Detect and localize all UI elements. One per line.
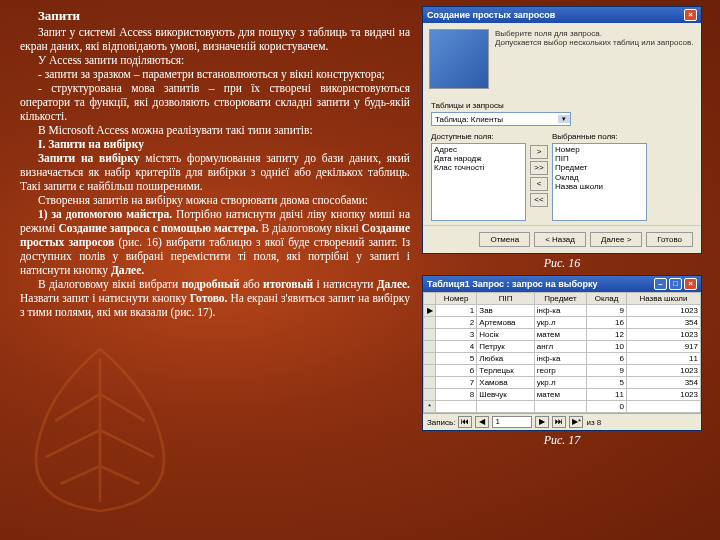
row-selector[interactable]: * <box>424 401 436 413</box>
cell[interactable]: 12 <box>587 329 627 341</box>
cell[interactable]: 917 <box>626 341 700 353</box>
column-header[interactable]: Предмет <box>534 293 586 305</box>
cell[interactable]: Любка <box>477 353 534 365</box>
finish-button[interactable]: Готово <box>646 232 693 247</box>
cell[interactable]: геогр <box>534 365 586 377</box>
list-item[interactable]: Предмет <box>555 163 644 172</box>
row-selector[interactable] <box>424 377 436 389</box>
cell[interactable]: 354 <box>626 317 700 329</box>
nav-current-field[interactable]: 1 <box>492 416 532 428</box>
row-selector[interactable] <box>424 329 436 341</box>
cell[interactable] <box>626 401 700 413</box>
cell[interactable] <box>477 401 534 413</box>
cell[interactable]: Носік <box>477 329 534 341</box>
list-item[interactable]: ПІП <box>555 154 644 163</box>
cell[interactable]: 7 <box>436 377 477 389</box>
maximize-icon[interactable]: □ <box>669 278 682 290</box>
row-selector[interactable] <box>424 389 436 401</box>
table-combo[interactable]: Таблица: Клиенты ▾ <box>431 112 571 126</box>
cell[interactable]: 9 <box>587 365 627 377</box>
column-header[interactable]: Назва школи <box>626 293 700 305</box>
cell[interactable]: укр.л <box>534 377 586 389</box>
table-row[interactable]: 7Хамоваукр.л5354 <box>424 377 701 389</box>
list-item[interactable]: Оклад <box>555 173 644 182</box>
nav-last-button[interactable]: ⏭ <box>552 416 566 428</box>
table-row[interactable]: 5Любкаінф-ка611 <box>424 353 701 365</box>
cell[interactable]: матем <box>534 389 586 401</box>
next-button[interactable]: Далее > <box>590 232 642 247</box>
list-item[interactable]: Назва школи <box>555 182 644 191</box>
cell[interactable]: 1 <box>436 305 477 317</box>
list-item[interactable]: Дата народж <box>434 154 523 163</box>
row-selector[interactable]: ▶ <box>424 305 436 317</box>
cell[interactable]: англ <box>534 341 586 353</box>
close-icon[interactable]: × <box>684 9 697 21</box>
column-header[interactable]: Номер <box>436 293 477 305</box>
cell[interactable]: 4 <box>436 341 477 353</box>
list-item[interactable]: Номер <box>555 145 644 154</box>
cell[interactable]: 1023 <box>626 365 700 377</box>
list-item[interactable]: Адрес <box>434 145 523 154</box>
table-row[interactable]: *0 <box>424 401 701 413</box>
table-row[interactable]: ▶1Завінф-ка91023 <box>424 305 701 317</box>
cell[interactable]: 1023 <box>626 305 700 317</box>
cell[interactable]: 8 <box>436 389 477 401</box>
cell[interactable] <box>436 401 477 413</box>
cell[interactable]: Зав <box>477 305 534 317</box>
move-all-right-button[interactable]: >> <box>530 161 548 175</box>
row-selector[interactable] <box>424 353 436 365</box>
back-button[interactable]: < Назад <box>534 232 586 247</box>
nav-prev-button[interactable]: ◀ <box>475 416 489 428</box>
nav-first-button[interactable]: ⏮ <box>458 416 472 428</box>
cell[interactable]: 11 <box>626 353 700 365</box>
cell[interactable]: 1023 <box>626 389 700 401</box>
cell[interactable]: 0 <box>587 401 627 413</box>
cell[interactable]: інф-ка <box>534 305 586 317</box>
cell[interactable]: 1023 <box>626 329 700 341</box>
minimize-icon[interactable]: – <box>654 278 667 290</box>
nav-next-button[interactable]: ▶ <box>535 416 549 428</box>
row-selector[interactable] <box>424 341 436 353</box>
move-all-left-button[interactable]: << <box>530 193 548 207</box>
column-header[interactable]: ПІП <box>477 293 534 305</box>
nav-new-button[interactable]: ▶* <box>569 416 583 428</box>
column-header[interactable]: Оклад <box>587 293 627 305</box>
cell[interactable]: Артемова <box>477 317 534 329</box>
cell[interactable]: 16 <box>587 317 627 329</box>
window-title: Таблиця1 Запрос : запрос на выборку <box>427 279 598 289</box>
cell[interactable]: Петрук <box>477 341 534 353</box>
cell[interactable]: 11 <box>587 389 627 401</box>
move-left-button[interactable]: < <box>530 177 548 191</box>
cell[interactable]: 5 <box>436 353 477 365</box>
cell[interactable]: 2 <box>436 317 477 329</box>
available-fields-list[interactable]: АдресДата народжКлас точності <box>431 143 526 221</box>
table-row[interactable]: 4Петрукангл10917 <box>424 341 701 353</box>
cell[interactable]: 9 <box>587 305 627 317</box>
cell[interactable]: інф-ка <box>534 353 586 365</box>
cell[interactable] <box>534 401 586 413</box>
table-row[interactable]: 2Артемоваукр.л16354 <box>424 317 701 329</box>
row-selector[interactable] <box>424 317 436 329</box>
titlebar: Таблиця1 Запрос : запрос на выборку – □ … <box>423 276 701 292</box>
row-selector[interactable] <box>424 365 436 377</box>
close-icon[interactable]: × <box>684 278 697 290</box>
cell[interactable]: Шевчук <box>477 389 534 401</box>
table-row[interactable]: 8Шевчукматем111023 <box>424 389 701 401</box>
cell[interactable]: укр.л <box>534 317 586 329</box>
list-item[interactable]: Клас точності <box>434 163 523 172</box>
table-row[interactable]: 3Носікматем121023 <box>424 329 701 341</box>
cell[interactable]: 3 <box>436 329 477 341</box>
cell[interactable]: матем <box>534 329 586 341</box>
cancel-button[interactable]: Отмена <box>479 232 530 247</box>
cell[interactable]: 6 <box>436 365 477 377</box>
cell[interactable]: Терлецьк <box>477 365 534 377</box>
cell[interactable]: 10 <box>587 341 627 353</box>
move-right-button[interactable]: > <box>530 145 548 159</box>
table-row[interactable]: 6Терлецькгеогр91023 <box>424 365 701 377</box>
cell[interactable]: 6 <box>587 353 627 365</box>
cell[interactable]: 354 <box>626 377 700 389</box>
cell[interactable]: Хамова <box>477 377 534 389</box>
data-grid[interactable]: НомерПІППредметОкладНазва школи▶1Завінф-… <box>423 292 701 413</box>
cell[interactable]: 5 <box>587 377 627 389</box>
selected-fields-list[interactable]: НомерПІППредметОкладНазва школи <box>552 143 647 221</box>
